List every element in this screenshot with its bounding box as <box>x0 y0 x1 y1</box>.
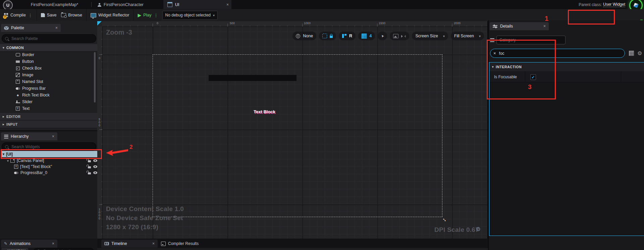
dpi-settings-gear-icon[interactable]: ⚙ <box>476 226 481 233</box>
hierarchy-row-canvas-panel[interactable]: ▾ [Canvas Panel] <box>5 158 97 164</box>
toolbar-divider <box>133 9 133 21</box>
compile-icon: ? <box>4 13 8 17</box>
palette-item-button[interactable]: Button <box>0 58 97 65</box>
hierarchy-search-input[interactable] <box>11 144 93 150</box>
chevron-down-icon: ▾ <box>213 13 215 17</box>
add-animation-button[interactable]: + ANIMATION <box>1 248 28 250</box>
tab-palette[interactable]: Palette × <box>1 24 61 32</box>
chevron-down-icon: ▾ <box>443 34 445 38</box>
compile-button[interactable]: ? Compile ⋮ <box>4 13 33 18</box>
visibility-icon[interactable] <box>93 171 97 174</box>
debug-object-dropdown[interactable]: No debug object selected ▾ <box>162 11 218 20</box>
lock-icon[interactable] <box>88 166 91 168</box>
close-icon[interactable]: × <box>538 24 546 29</box>
palette-search-input[interactable] <box>11 36 93 41</box>
text-block-widget[interactable]: Text Block <box>254 109 275 114</box>
palette-item-checkbox[interactable]: ✓Check Box <box>0 65 97 72</box>
lock-icon[interactable] <box>88 172 91 174</box>
chevron-down-icon: ▾ <box>479 34 481 38</box>
close-icon[interactable]: × <box>147 241 155 246</box>
rich-text-icon: ◆ <box>15 93 20 97</box>
browse-button[interactable]: Browse <box>61 13 82 17</box>
tab-compiler-results[interactable]: Compiler Results <box>158 240 202 248</box>
palette-search[interactable] <box>2 34 96 43</box>
tab-hierarchy[interactable]: Hierarchy × <box>1 132 57 140</box>
hierarchy-search[interactable] <box>2 142 96 151</box>
tab-firstpersoncharacter[interactable]: FirstPersonCharacter <box>95 0 162 9</box>
tab-details[interactable]: Details × <box>490 22 549 30</box>
details-content: ▾ INTERACTION Is Focusable ✓ <box>489 62 644 236</box>
localization-preview-button[interactable]: None <box>292 32 316 40</box>
select-widget-button[interactable]: ➤ <box>378 32 387 40</box>
designer-canvas[interactable]: 0 500 1000 1500 2000 0 500 1000 Zoom -3 … <box>97 21 488 239</box>
layout-icon[interactable] <box>342 34 346 38</box>
display-filter-icon[interactable] <box>629 51 634 56</box>
widget-reflector-button[interactable]: Widget Reflector <box>91 13 129 17</box>
is-focusable-checkbox[interactable]: ✓ <box>530 74 536 80</box>
unreal-logo[interactable]: U <box>3 0 13 10</box>
details-search-input[interactable] <box>498 51 622 56</box>
cube-icon <box>633 3 638 8</box>
image-icon <box>15 73 20 77</box>
palette-item-namedslot[interactable]: *Named Slot <box>0 78 97 85</box>
flip-icon[interactable] <box>401 34 406 38</box>
visibility-icon[interactable] <box>93 165 97 168</box>
progressbar-widget[interactable] <box>209 75 297 81</box>
details-panel: Details × × ⚙ ▾ INTERACTION Is Focusable <box>488 20 644 250</box>
palette-item-text[interactable]: TText <box>0 105 97 112</box>
tab-firstpersonexamplemap[interactable]: FirstPersonExampleMap* <box>20 0 89 9</box>
palette-section-input[interactable]: ▸ INPUT <box>0 121 103 128</box>
safe-zone-label: No Device Safe Zone Set <box>106 214 183 222</box>
close-icon[interactable]: × <box>47 134 54 139</box>
rotate-mode-button[interactable]: R <box>349 34 352 38</box>
screen-size-dropdown[interactable]: Screen Size ▾ <box>412 32 448 40</box>
fill-screen-dropdown[interactable]: Fill Screen ▾ <box>451 32 484 40</box>
tab-ui[interactable]: UI × <box>163 0 231 9</box>
category-input[interactable] <box>496 36 566 44</box>
play-options-icon[interactable]: ⋮ <box>154 13 158 18</box>
hierarchy-row-text-block[interactable]: T [Text] "Text Block" <box>14 164 97 170</box>
details-search[interactable]: × <box>490 49 625 58</box>
hierarchy-row-progressbar[interactable]: ProgressBar_0 <box>14 170 97 176</box>
compile-options-icon[interactable]: ⋮ <box>28 13 33 18</box>
play-button[interactable]: ▶ Play ⋮ <box>138 12 158 18</box>
chevron-down-icon: ▾ <box>492 65 494 69</box>
palette-item-image[interactable]: Image <box>0 72 97 78</box>
close-icon[interactable]: × <box>50 26 58 30</box>
save-button[interactable]: Save <box>41 13 57 17</box>
chevron-right-icon: ▸ <box>3 115 4 118</box>
visibility-icon[interactable] <box>93 159 97 162</box>
root-widget-outline[interactable] <box>153 54 442 217</box>
close-icon[interactable]: × <box>221 2 229 7</box>
character-icon <box>98 3 101 6</box>
tab-timeline[interactable]: Timeline × <box>101 240 158 248</box>
animations-search-input[interactable] <box>43 249 91 250</box>
parent-class-link[interactable]: User Widget <box>603 2 625 7</box>
palette-scrollbar[interactable] <box>94 52 96 102</box>
tab-animations[interactable]: ✎ Animations × <box>1 240 57 248</box>
clear-search-icon[interactable]: × <box>493 51 496 56</box>
grid-snap-group[interactable]: 4 <box>358 32 375 40</box>
palette-section-editor[interactable]: ▸ EDITOR <box>0 113 103 120</box>
palette-item-border[interactable]: Border <box>0 51 97 58</box>
browse-icon <box>61 13 66 17</box>
palette-list: Border Button ✓Check Box Image *Named Sl… <box>0 51 97 112</box>
palette-item-progressbar[interactable]: Progress Bar <box>0 85 97 92</box>
image-icon[interactable] <box>393 34 398 38</box>
animations-search[interactable] <box>34 248 94 250</box>
palette-item-slider[interactable]: Slider <box>0 98 97 105</box>
dashed-outline-icon[interactable] <box>322 34 327 38</box>
column-divider[interactable] <box>621 72 621 82</box>
palette-section-common[interactable]: ▾ COMMON <box>0 44 103 51</box>
category-filter-icon[interactable] <box>490 38 494 42</box>
palette-item-richtext[interactable]: ◆Rich Text Block <box>0 92 97 98</box>
details-settings-gear-icon[interactable]: ⚙ <box>637 50 642 56</box>
close-icon[interactable]: × <box>47 241 54 246</box>
hierarchy-row-ui-root[interactable]: ▾ [UI] <box>1 151 98 157</box>
vertical-ruler: 0 500 1000 <box>97 27 103 239</box>
progress-bar-icon <box>14 172 18 174</box>
lock-icon[interactable] <box>330 36 333 38</box>
lock-icon[interactable] <box>88 160 91 162</box>
column-divider[interactable] <box>525 72 525 82</box>
interaction-section-header[interactable]: ▾ INTERACTION <box>489 62 644 72</box>
